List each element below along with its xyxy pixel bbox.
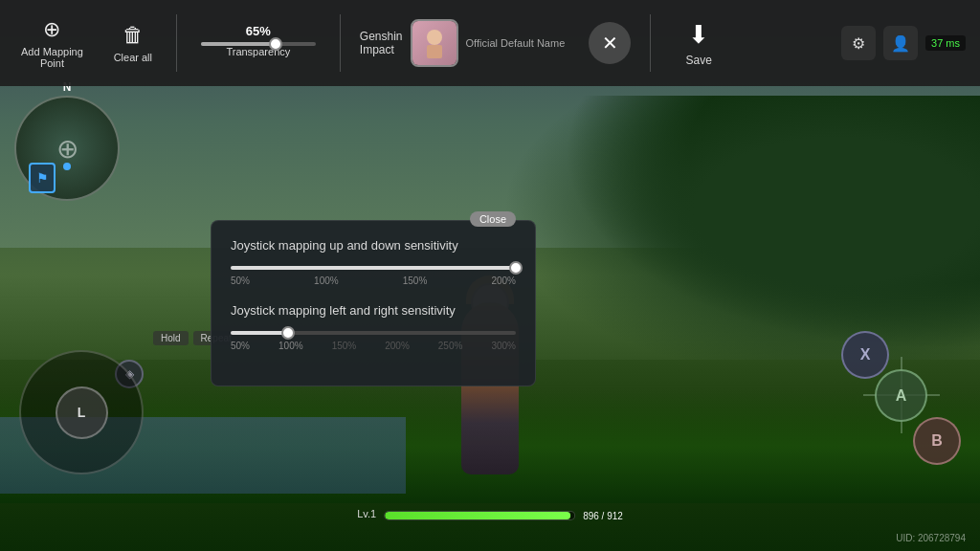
sens-labels-1: 50% 100% 150% 200% [231,276,516,286]
sens2-label-100: 100% [278,341,303,351]
sensitivity-title-2: Joystick mapping left and right sensitiv… [231,303,516,318]
transparency-section: 65% Transparency [187,24,330,63]
a-button-label: A [896,387,907,405]
joystick-label: L [78,405,86,420]
clear-all-icon: 🗑 [122,23,144,48]
close-x-button[interactable]: ✕ [589,22,631,64]
divider-3 [650,14,651,72]
minimap-compass-icon: ⊕ [56,133,78,165]
game-icon [411,19,458,67]
xp-fill [385,512,570,519]
profile-icon-btn[interactable]: 👤 [883,26,918,60]
sens-labels-2: 50% 100% 150% 200% 250% 300% [231,341,516,351]
sens-track-2 [231,331,516,335]
game-icon-img [412,21,457,65]
clear-all-button[interactable]: 🗑 Clear all [100,15,167,71]
slider-fill [201,42,276,46]
game-profile: Genshin Impact Official Default Name [350,19,574,67]
sens2-label-200: 200% [385,341,410,351]
transparency-percent: 65% [246,24,271,38]
sens-thumb-1 [509,261,523,275]
sensitivity-slider-1[interactable]: 50% 100% 150% 200% [231,266,516,286]
save-icon: ⬇ [688,20,709,50]
map-marker-icon: ⚑ [36,170,49,186]
sens-track-1 [231,266,516,270]
joystick-inner: L [56,386,108,439]
save-label: Save [686,54,712,67]
sens-fill-2 [231,331,288,335]
close-x-icon: ✕ [602,32,618,55]
sens-fill-1 [231,266,516,270]
sens-label-150: 150% [403,276,428,286]
xp-level: Lv.1 [357,508,376,519]
a-button[interactable]: A [875,369,927,422]
toolbar: ⊕ Add Mapping Point 🗑 Clear all 65% Tran… [0,0,980,86]
hold-button[interactable]: Hold [153,331,189,345]
sens-label-200: 200% [491,276,516,286]
sens2-label-300: 300% [491,341,516,351]
transparency-slider[interactable] [201,42,316,46]
game-name: Genshin Impact [360,30,403,56]
sens-label-100: 100% [314,276,339,286]
sens2-label-50: 50% [231,341,250,351]
sens-thumb-2 [281,326,295,340]
sens2-label-150: 150% [332,341,357,351]
sensitivity-slider-2[interactable]: 50% 100% 150% 200% 250% 300% [231,331,516,351]
profile-name: Official Default Name [466,37,566,49]
popup-close-button[interactable]: Close [470,211,516,227]
sens-label-50: 50% [231,276,250,286]
joystick-outer[interactable]: L [19,350,144,474]
divider-1 [176,14,177,72]
sens2-label-250: 250% [438,341,463,351]
xp-bar-container: Lv.1 896 / 912 [357,508,623,522]
minimap-player-dot [63,163,71,170]
save-button[interactable]: ⬇ Save [660,12,737,75]
clear-all-label: Clear all [114,52,152,63]
xp-bar [384,511,575,520]
b-button[interactable]: B [913,417,961,465]
svg-point-0 [427,30,442,45]
settings-icon-btn[interactable]: ⚙ [841,26,876,60]
svg-rect-1 [427,45,442,58]
add-mapping-label: Add Mapping Point [21,46,83,69]
joystick-area[interactable]: Hold Repeat L [19,350,144,474]
sensitivity-title-1: Joystick mapping up and down sensitivity [231,238,516,253]
divider-2 [340,14,341,72]
sensitivity-popup: Close Joystick mapping up and down sensi… [211,220,536,386]
ping-display: 37 ms [925,35,966,51]
uid-display: UID: 206728794 [896,533,966,543]
add-mapping-point-button[interactable]: ⊕ Add Mapping Point [10,10,95,77]
map-marker: ⚑ [29,163,56,193]
xp-text: 896 / 912 [583,511,623,521]
slider-thumb [269,37,282,51]
add-mapping-icon: ⊕ [43,17,60,42]
b-button-label: B [931,432,943,450]
